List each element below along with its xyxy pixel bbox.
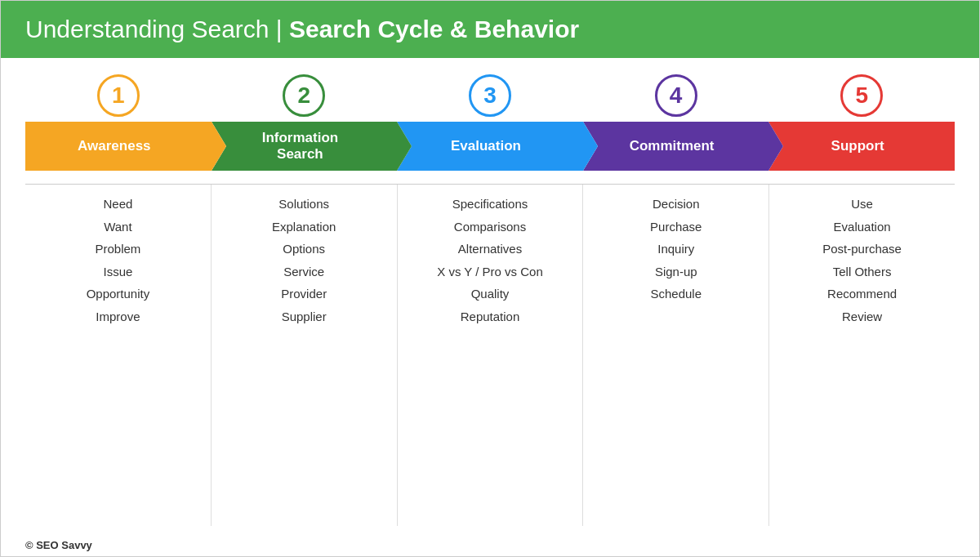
footer-text: © SEO Savvy: [25, 539, 92, 551]
keyword-item: Improve: [96, 309, 140, 325]
keyword-item: Use: [851, 196, 873, 212]
keyword-item: Recommend: [827, 286, 897, 302]
keyword-item: Inquiry: [657, 241, 694, 257]
keyword-item: Tell Others: [833, 264, 892, 280]
keyword-item: Supplier: [282, 309, 327, 325]
step-4-label: Commitment: [630, 138, 715, 154]
keyword-item: Issue: [103, 264, 132, 280]
steps-row: 1Awareness2Information Search3Evaluation…: [25, 74, 955, 171]
keyword-col-5: UseEvaluationPost-purchaseTell OthersRec…: [769, 185, 955, 526]
keyword-item: Post-purchase: [822, 241, 902, 257]
step-1-arrow: Awareness: [25, 122, 212, 171]
step-2-circle: 2: [283, 74, 325, 117]
step-5-wrapper: 5Support: [768, 74, 955, 171]
keyword-item: Explanation: [272, 219, 336, 235]
main-container: Understanding Search | Search Cycle & Be…: [0, 0, 980, 557]
main-content: 1Awareness2Information Search3Evaluation…: [1, 58, 979, 534]
keyword-item: Service: [283, 264, 324, 280]
keyword-item: Opportunity: [87, 286, 150, 302]
step-3-wrapper: 3Evaluation: [397, 74, 583, 171]
keyword-item: Comparisons: [454, 219, 526, 235]
page-header: Understanding Search | Search Cycle & Be…: [1, 1, 979, 58]
keyword-col-3: SpecificationsComparisonsAlternativesX v…: [398, 185, 584, 526]
keyword-item: Purchase: [650, 219, 702, 235]
step-3-arrow: Evaluation: [397, 122, 583, 171]
keyword-item: Provider: [281, 286, 327, 302]
step-1-circle: 1: [97, 74, 140, 117]
keyword-item: Reputation: [461, 309, 520, 325]
step-3-label: Evaluation: [451, 138, 521, 154]
step-5-circle: 5: [840, 74, 883, 117]
keyword-col-2: SolutionsExplanationOptionsServiceProvid…: [212, 185, 398, 526]
keyword-col-4: DecisionPurchaseInquirySign-upSchedule: [583, 185, 769, 526]
keyword-item: Want: [104, 219, 131, 235]
step-2-label: Information Search: [262, 130, 339, 163]
keyword-item: Solutions: [278, 196, 329, 212]
step-5-arrow: Support: [768, 122, 955, 171]
step-4-wrapper: 4Commitment: [583, 74, 769, 171]
keyword-item: Specifications: [452, 196, 528, 212]
keyword-item: Decision: [653, 196, 700, 212]
keyword-item: Review: [842, 309, 882, 325]
keyword-col-1: NeedWantProblemIssueOpportunityImprove: [25, 185, 212, 526]
keyword-item: Quality: [471, 286, 510, 302]
step-1-wrapper: 1Awareness: [25, 74, 212, 171]
keyword-item: X vs Y / Pro vs Con: [437, 264, 543, 280]
keyword-item: Alternatives: [458, 241, 522, 257]
keyword-item: Schedule: [651, 286, 702, 302]
step-5-label: Support: [831, 138, 884, 154]
keyword-item: Sign-up: [655, 264, 697, 280]
header-text-normal: Understanding Search |: [25, 16, 289, 42]
step-2-arrow: Information Search: [212, 122, 398, 171]
keyword-item: Evaluation: [834, 219, 891, 235]
keyword-item: Need: [103, 196, 132, 212]
step-4-arrow: Commitment: [583, 122, 769, 171]
keyword-item: Problem: [95, 241, 140, 257]
step-2-wrapper: 2Information Search: [212, 74, 398, 171]
header-text-bold: Search Cycle & Behavior: [289, 16, 579, 42]
step-1-label: Awareness: [78, 138, 150, 154]
keywords-row: NeedWantProblemIssueOpportunityImproveSo…: [25, 184, 955, 526]
step-3-circle: 3: [469, 74, 511, 117]
keyword-item: Options: [283, 241, 325, 257]
footer: © SEO Savvy: [1, 534, 979, 556]
step-4-circle: 4: [655, 74, 697, 117]
